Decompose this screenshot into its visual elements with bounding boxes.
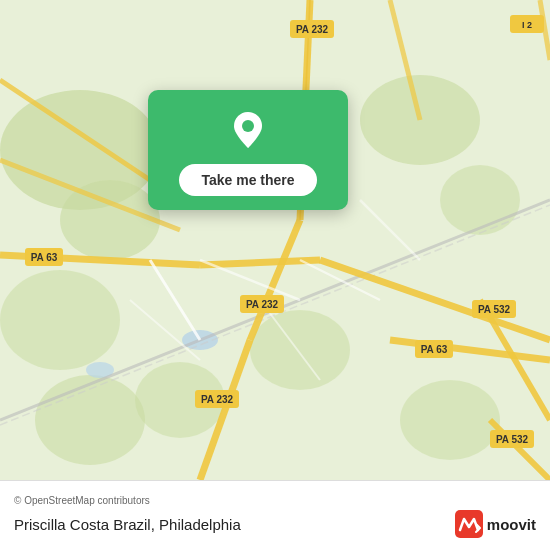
svg-text:PA 232: PA 232 [201,394,234,405]
map-view: PA 232 PA 232 PA 63 PA 63 PA 232 PA 532 … [0,0,550,480]
moovit-text: moovit [487,516,536,533]
take-me-there-button[interactable]: Take me there [179,164,316,196]
map-svg: PA 232 PA 232 PA 63 PA 63 PA 232 PA 532 … [0,0,550,480]
svg-point-6 [250,310,350,390]
svg-point-51 [242,120,254,132]
svg-point-9 [400,380,500,460]
pin-icon [226,108,270,152]
svg-point-3 [0,270,120,370]
location-name: Priscilla Costa Brazil, Philadelphia [14,516,241,533]
svg-text:I 2: I 2 [522,20,532,30]
moovit-icon-svg [455,510,483,538]
svg-rect-52 [455,510,483,538]
svg-point-2 [60,180,160,260]
attribution: © OpenStreetMap contributors [14,495,536,506]
moovit-logo: moovit [455,510,536,538]
svg-text:PA 532: PA 532 [478,304,511,315]
location-card: Take me there [148,90,348,210]
bottom-info: Priscilla Costa Brazil, Philadelphia moo… [14,510,536,538]
svg-point-5 [440,165,520,235]
svg-text:PA 232: PA 232 [296,24,329,35]
svg-text:PA 63: PA 63 [421,344,448,355]
svg-text:PA 63: PA 63 [31,252,58,263]
svg-text:PA 532: PA 532 [496,434,529,445]
bottom-bar: © OpenStreetMap contributors Priscilla C… [0,480,550,550]
svg-text:PA 232: PA 232 [246,299,279,310]
